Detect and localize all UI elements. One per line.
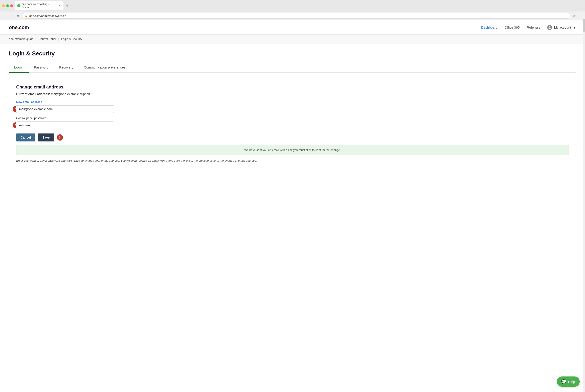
new-email-group: New email address 1 bbox=[16, 100, 569, 113]
refresh-button[interactable]: ↻ bbox=[16, 13, 20, 18]
help-text: Enter your control panel password and cl… bbox=[16, 158, 569, 163]
tab-favicon bbox=[17, 4, 21, 7]
close-button[interactable] bbox=[10, 4, 13, 7]
new-tab-button[interactable]: + bbox=[65, 4, 70, 8]
new-email-input[interactable] bbox=[16, 105, 114, 113]
password-step-wrapper: 2 bbox=[16, 122, 114, 129]
password-group: Control panel password 2 bbox=[16, 116, 569, 129]
bookmark-icon[interactable]: ☆ bbox=[572, 14, 576, 18]
current-email-label: Current email address: bbox=[16, 92, 50, 96]
breadcrumb-domain[interactable]: one-example.guide bbox=[9, 37, 34, 40]
window-controls bbox=[2, 4, 13, 7]
svg-point-0 bbox=[549, 26, 550, 27]
account-menu[interactable]: My account ▼ bbox=[547, 25, 576, 30]
site-header: one.com Dashboard Office 365 Referrals M… bbox=[0, 20, 585, 34]
page: one.com Dashboard Office 365 Referrals M… bbox=[0, 20, 585, 392]
tab-recovery[interactable]: Recovery bbox=[54, 62, 79, 73]
new-email-step-wrapper: 1 bbox=[16, 105, 114, 113]
nav-dashboard[interactable]: Dashboard bbox=[481, 26, 497, 29]
forward-button[interactable]: → bbox=[9, 13, 14, 19]
site-nav: Dashboard Office 365 Referrals bbox=[481, 26, 540, 29]
step-3-badge: 3 bbox=[57, 134, 63, 140]
tabs: Login Password Recovery Communication pr… bbox=[9, 62, 576, 73]
tab-title: one.com Web hosting - Domai bbox=[22, 3, 56, 9]
current-email-value: mary@one-example.support bbox=[51, 92, 90, 96]
password-label: Control panel password bbox=[16, 116, 569, 120]
logo-dot: . bbox=[18, 24, 19, 30]
page-title: Login & Security bbox=[9, 50, 576, 57]
button-row: Cancel Save 3 bbox=[16, 134, 569, 142]
lock-icon: 🔒 bbox=[25, 14, 28, 18]
help-button[interactable]: 💬 Help bbox=[557, 376, 580, 387]
save-button[interactable]: Save bbox=[38, 134, 54, 142]
url-input[interactable] bbox=[29, 14, 568, 18]
password-input[interactable] bbox=[16, 122, 114, 129]
tab-communication-preferences[interactable]: Communication preferences bbox=[79, 62, 131, 73]
breadcrumb-sep-2: | bbox=[58, 38, 59, 40]
scrollbar-track[interactable] bbox=[583, 18, 585, 392]
breadcrumb-sep-1: | bbox=[36, 38, 36, 40]
browser-tab[interactable]: one.com Web hosting - Domai ✕ bbox=[15, 1, 64, 10]
scrollbar-thumb[interactable] bbox=[583, 18, 585, 32]
tab-close-icon[interactable]: ✕ bbox=[59, 4, 61, 7]
tab-password[interactable]: Password bbox=[29, 62, 54, 73]
card-title: Change email address bbox=[16, 84, 569, 90]
nav-referrals[interactable]: Referrals bbox=[527, 26, 540, 29]
current-email-display: Current email address: mary@one-example.… bbox=[16, 92, 569, 96]
browser-titlebar: one.com Web hosting - Domai ✕ + bbox=[0, 0, 585, 12]
logo-text: one.com bbox=[9, 24, 29, 30]
new-email-input-wrapper bbox=[16, 105, 114, 113]
address-bar[interactable]: 🔒 bbox=[22, 13, 571, 18]
maximize-button[interactable] bbox=[6, 4, 9, 7]
account-label: My account bbox=[554, 26, 571, 29]
cancel-button[interactable]: Cancel bbox=[16, 134, 35, 142]
back-button[interactable]: ← bbox=[2, 13, 8, 19]
tab-login[interactable]: Login bbox=[9, 62, 29, 73]
browser-menu-icon[interactable]: ⋮ bbox=[577, 13, 583, 19]
nav-arrows: ← → bbox=[2, 13, 14, 19]
minimize-button[interactable] bbox=[2, 4, 5, 7]
user-avatar-icon bbox=[547, 25, 552, 30]
chat-icon: 💬 bbox=[561, 379, 566, 384]
breadcrumb-loginsecurity[interactable]: Login & Security bbox=[61, 37, 82, 40]
nav-office365[interactable]: Office 365 bbox=[504, 26, 519, 29]
main-content: Login & Security Login Password Recovery… bbox=[0, 44, 585, 176]
password-input-wrapper bbox=[16, 122, 114, 129]
site-logo: one.com bbox=[9, 24, 29, 30]
help-button-label: Help bbox=[568, 380, 575, 384]
success-message: We have sent you an email with a link yo… bbox=[16, 145, 569, 155]
chevron-down-icon: ▼ bbox=[573, 26, 576, 29]
browser-nav: ← → ↻ 🔒 ☆ ⋮ bbox=[0, 12, 585, 20]
browser-chrome: one.com Web hosting - Domai ✕ + ← → ↻ 🔒 … bbox=[0, 0, 585, 20]
change-email-card: Change email address Current email addre… bbox=[9, 77, 576, 170]
breadcrumb-controlpanel[interactable]: Control Panel bbox=[39, 37, 56, 40]
breadcrumb: one-example.guide | Control Panel | Logi… bbox=[0, 34, 585, 44]
new-email-label: New email address bbox=[16, 100, 569, 104]
